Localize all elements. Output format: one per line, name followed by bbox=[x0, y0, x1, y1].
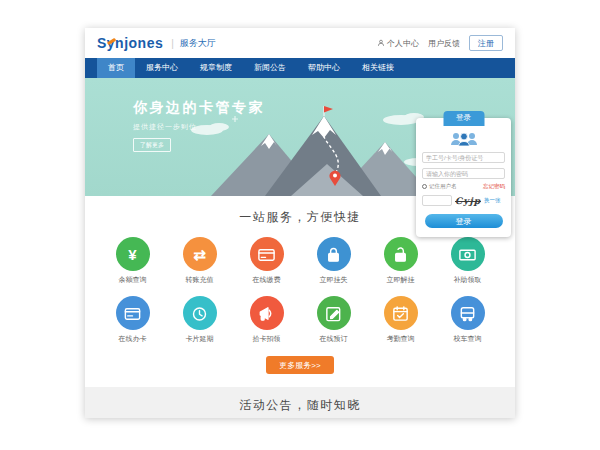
lock-icon bbox=[317, 237, 351, 271]
change-captcha-link[interactable]: 换一张 bbox=[484, 197, 501, 204]
service-item-1[interactable]: ⇄转账充值 bbox=[166, 237, 233, 285]
header-divider: | bbox=[171, 38, 174, 49]
service-label: 卡片延期 bbox=[166, 334, 233, 344]
feedback-label: 用户反馈 bbox=[428, 38, 460, 49]
service-label: 考勤查询 bbox=[367, 334, 434, 344]
feedback-link[interactable]: 用户反馈 bbox=[428, 38, 460, 49]
remember-checkbox[interactable] bbox=[422, 184, 427, 189]
nav-item-5[interactable]: 相关链接 bbox=[351, 58, 405, 78]
site-mockup: Synjones | 服务大厅 个人中心 用户反馈 注册 首页服务中心规章制度新… bbox=[85, 28, 515, 418]
service-label: 转账充值 bbox=[166, 275, 233, 285]
banknote-icon bbox=[451, 237, 485, 271]
top-header: Synjones | 服务大厅 个人中心 用户反馈 注册 bbox=[85, 28, 515, 58]
yen-icon: ¥ bbox=[116, 237, 150, 271]
service-label: 立即挂失 bbox=[300, 275, 367, 285]
service-item-0[interactable]: ¥余额查询 bbox=[99, 237, 166, 285]
hero-banner: 你身边的卡管专家 提供捷径一步到位 了解更多 bbox=[85, 78, 515, 196]
service-label: 校车查询 bbox=[434, 334, 501, 344]
service-item-9[interactable]: 在线预订 bbox=[300, 296, 367, 344]
hero-subtitle: 提供捷径一步到位 bbox=[133, 122, 265, 132]
edit-icon bbox=[317, 296, 351, 330]
users-group-icon bbox=[449, 131, 479, 147]
service-label: 在线办卡 bbox=[99, 334, 166, 344]
service-label: 余额查询 bbox=[99, 275, 166, 285]
captcha-image: Cyjp bbox=[455, 196, 481, 206]
site-name: 服务大厅 bbox=[180, 37, 216, 50]
forgot-password-link[interactable]: 忘记密码 bbox=[483, 183, 505, 190]
service-label: 立即解挂 bbox=[367, 275, 434, 285]
nav-item-2[interactable]: 规章制度 bbox=[189, 58, 243, 78]
announcements-section: 活动公告，随时知晓 使用须知 最新公告 更多>> 使用指南 更多>> bbox=[85, 387, 515, 418]
transfer-icon: ⇄ bbox=[183, 237, 217, 271]
service-label: 拾卡招领 bbox=[233, 334, 300, 344]
remember-row: 记住用户名 忘记密码 bbox=[422, 183, 505, 190]
service-label: 在线缴费 bbox=[233, 275, 300, 285]
services-grid: ¥余额查询⇄转账充值在线缴费立即挂失立即解挂补助领取在线办卡卡片延期拾卡招领在线… bbox=[99, 237, 501, 344]
personal-center-label: 个人中心 bbox=[387, 38, 419, 49]
service-item-4[interactable]: 立即解挂 bbox=[367, 237, 434, 285]
hero-title: 你身边的卡管专家 bbox=[133, 99, 265, 117]
service-item-7[interactable]: 卡片延期 bbox=[166, 296, 233, 344]
person-icon bbox=[377, 39, 385, 47]
more-services-button[interactable]: 更多服务>> bbox=[266, 356, 333, 374]
register-button[interactable]: 注册 bbox=[469, 35, 503, 51]
megaphone-icon bbox=[250, 296, 284, 330]
service-item-11[interactable]: 校车查询 bbox=[434, 296, 501, 344]
page-canvas: Synjones | 服务大厅 个人中心 用户反馈 注册 首页服务中心规章制度新… bbox=[0, 0, 600, 450]
logo: Synjones bbox=[97, 35, 163, 51]
hero-cta-button[interactable]: 了解更多 bbox=[133, 138, 171, 152]
nav-item-3[interactable]: 新闻公告 bbox=[243, 58, 297, 78]
service-label: 在线预订 bbox=[300, 334, 367, 344]
card-pay-icon bbox=[250, 237, 284, 271]
service-item-8[interactable]: 拾卡招领 bbox=[233, 296, 300, 344]
card-new-icon bbox=[116, 296, 150, 330]
service-item-2[interactable]: 在线缴费 bbox=[233, 237, 300, 285]
service-item-3[interactable]: 立即挂失 bbox=[300, 237, 367, 285]
service-item-5[interactable]: 补助领取 bbox=[434, 237, 501, 285]
login-panel: 登录 记住用户名 忘记密码 Cyjp 换一张 bbox=[416, 118, 511, 237]
announcements-title: 活动公告，随时知晓 bbox=[95, 397, 505, 414]
login-tab[interactable]: 登录 bbox=[443, 111, 484, 126]
login-submit-button[interactable]: 登录 bbox=[425, 214, 503, 228]
remember-label: 记住用户名 bbox=[429, 183, 457, 190]
card-clock-icon bbox=[183, 296, 217, 330]
main-nav: 首页服务中心规章制度新闻公告帮助中心相关链接 bbox=[85, 58, 515, 78]
personal-center-link[interactable]: 个人中心 bbox=[377, 38, 419, 49]
nav-item-0[interactable]: 首页 bbox=[97, 58, 135, 78]
nav-item-1[interactable]: 服务中心 bbox=[135, 58, 189, 78]
service-item-10[interactable]: 考勤查询 bbox=[367, 296, 434, 344]
service-item-6[interactable]: 在线办卡 bbox=[99, 296, 166, 344]
bus-icon bbox=[451, 296, 485, 330]
hero-copy: 你身边的卡管专家 提供捷径一步到位 了解更多 bbox=[133, 99, 265, 152]
logo-text: Synjones bbox=[97, 35, 163, 51]
account-input[interactable] bbox=[422, 152, 505, 163]
nav-item-4[interactable]: 帮助中心 bbox=[297, 58, 351, 78]
password-input[interactable] bbox=[422, 168, 505, 179]
captcha-row: Cyjp 换一张 bbox=[422, 195, 505, 206]
attendance-icon bbox=[384, 296, 418, 330]
captcha-input[interactable] bbox=[422, 195, 452, 206]
header-right: 个人中心 用户反馈 注册 bbox=[377, 35, 503, 51]
unlock-icon bbox=[384, 237, 418, 271]
service-label: 补助领取 bbox=[434, 275, 501, 285]
